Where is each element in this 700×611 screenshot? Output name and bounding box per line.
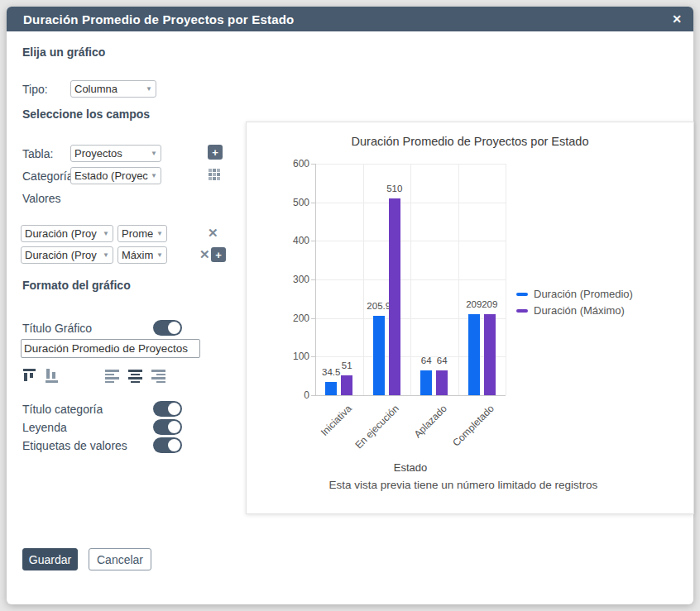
category-title-toggle-label: Título categoría: [22, 403, 103, 416]
category-value: Estado (Proyec: [74, 169, 148, 182]
format-heading: Formato del gráfico: [22, 279, 131, 292]
x-axis-title: Estado: [315, 461, 506, 474]
table-select[interactable]: Proyectos ▼: [70, 145, 161, 162]
aggregation-select[interactable]: Máxim ▼: [117, 246, 167, 264]
title-position-bottom-icon[interactable]: [46, 369, 60, 383]
type-label: Tipo:: [22, 83, 48, 96]
chevron-down-icon: ▼: [148, 150, 157, 157]
select-fields-heading: Seleccione los campos: [22, 107, 150, 121]
chart-type-select[interactable]: Columna ▼: [70, 80, 156, 98]
bar-value-label: 209: [465, 299, 515, 309]
choose-chart-heading: Elija un gráfico: [22, 45, 105, 59]
category-title-toggle[interactable]: [153, 401, 182, 417]
y-tick-label: 500: [281, 197, 309, 208]
align-center-icon[interactable]: [128, 370, 142, 384]
y-axis-line: [315, 164, 316, 395]
chart-preview-card: Duración Promedio de Proyectos por Estad…: [246, 122, 694, 514]
remove-value-icon[interactable]: ✕: [199, 248, 210, 260]
chart-settings-dialog: Duración Promedio de Proyectos por Estad…: [7, 7, 693, 604]
bar-value-label: 51: [322, 360, 372, 370]
legend-marker-icon: [516, 293, 528, 296]
chart-plot-area: 010020030040050060034.551Iniciativa205.9…: [247, 122, 693, 513]
category-label: Categoría:: [22, 169, 76, 183]
legend-toggle[interactable]: [153, 419, 182, 435]
x-axis-line: [315, 395, 506, 396]
chart-title-toggle[interactable]: [153, 320, 182, 336]
bar: [373, 316, 385, 395]
bar: [436, 370, 448, 395]
align-left-icon[interactable]: [105, 370, 119, 384]
chevron-down-icon: ▼: [143, 85, 152, 93]
bar: [420, 370, 432, 395]
chart-type-value: Columna: [74, 83, 117, 95]
bar: [468, 314, 480, 395]
legend-label: Duración (Máximo): [534, 304, 625, 317]
y-tick-mark: [311, 395, 315, 396]
align-right-icon[interactable]: [151, 370, 165, 384]
chevron-down-icon: ▼: [154, 251, 163, 259]
chart-title-toggle-label: Título Gráfico: [22, 322, 92, 335]
gridline-v: [506, 164, 506, 395]
y-tick-label: 300: [281, 274, 309, 285]
aggregation-value: Máxim: [122, 249, 153, 261]
value-field-select[interactable]: Duración (Proy ▼: [21, 225, 113, 242]
dialog-header: Duración Promedio de Proyectos por Estad…: [7, 7, 693, 31]
chart-title-input[interactable]: [21, 339, 200, 358]
table-value: Proyectos: [74, 147, 122, 160]
chart-legend: Duración (Promedio)Duración (Máximo): [516, 288, 633, 321]
cancel-button[interactable]: Cancelar: [89, 548, 151, 570]
legend-marker-icon: [516, 309, 528, 313]
chevron-down-icon: ▼: [148, 172, 157, 179]
chevron-down-icon: ▼: [100, 251, 109, 259]
remove-value-icon[interactable]: ✕: [208, 227, 218, 239]
y-tick-label: 400: [281, 235, 309, 246]
preview-note: Esta vista previa tiene un número limita…: [247, 479, 680, 491]
category-select[interactable]: Estado (Proyec ▼: [70, 167, 161, 184]
table-label: Tabla:: [22, 147, 53, 160]
value-labels-toggle-label: Etiquetas de valores: [22, 439, 127, 452]
bar-value-label: 510: [370, 184, 420, 193]
save-button[interactable]: Guardar: [22, 548, 78, 570]
bar: [341, 375, 352, 395]
drag-handle-icon[interactable]: [209, 169, 222, 181]
bar-value-label: 64: [417, 356, 467, 365]
chevron-down-icon: ▼: [154, 230, 163, 237]
y-tick-label: 0: [281, 389, 309, 401]
aggregation-value: Prome: [122, 227, 153, 240]
legend-toggle-label: Leyenda: [22, 421, 67, 434]
legend-item: Duración (Máximo): [516, 304, 633, 317]
value-field-select[interactable]: Duración (Proy ▼: [21, 246, 113, 264]
title-position-top-icon[interactable]: [23, 369, 37, 383]
y-tick-label: 600: [281, 158, 309, 169]
legend-label: Duración (Promedio): [534, 288, 633, 300]
y-tick-label: 200: [281, 313, 309, 324]
y-tick-label: 100: [281, 351, 309, 362]
value-field-value: Duración (Proy: [25, 249, 97, 261]
value-field-value: Duración (Proy: [25, 227, 97, 240]
chevron-down-icon: ▼: [100, 230, 109, 237]
legend-item: Duración (Promedio): [516, 288, 633, 300]
bar: [389, 198, 400, 395]
value-labels-toggle[interactable]: [153, 437, 182, 453]
aggregation-select[interactable]: Prome ▼: [117, 225, 167, 242]
bar: [484, 314, 496, 395]
bar: [325, 382, 337, 395]
values-label: Valores: [22, 192, 60, 205]
dialog-title: Duración Promedio de Proyectos por Estad…: [23, 12, 672, 26]
add-table-button[interactable]: +: [208, 145, 223, 160]
close-icon[interactable]: ✕: [672, 13, 682, 25]
add-value-button[interactable]: +: [211, 247, 226, 262]
